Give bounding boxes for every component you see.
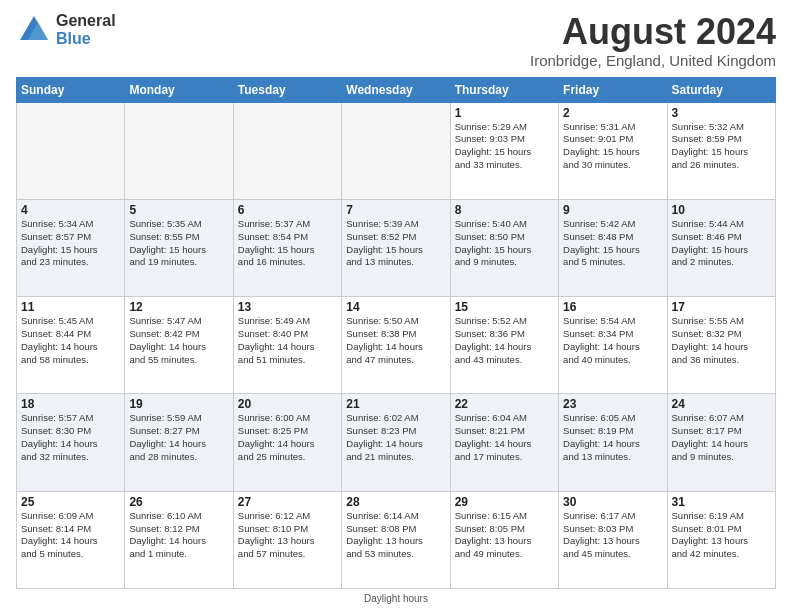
day-info: Sunrise: 5:45 AM Sunset: 8:44 PM Dayligh…: [21, 315, 120, 366]
day-number: 4: [21, 203, 120, 217]
calendar-cell: 1Sunrise: 5:29 AM Sunset: 9:03 PM Daylig…: [450, 102, 558, 199]
day-info: Sunrise: 6:05 AM Sunset: 8:19 PM Dayligh…: [563, 412, 662, 463]
day-info: Sunrise: 6:17 AM Sunset: 8:03 PM Dayligh…: [563, 510, 662, 561]
daylight-label: Daylight hours: [364, 593, 428, 604]
day-info: Sunrise: 5:42 AM Sunset: 8:48 PM Dayligh…: [563, 218, 662, 269]
day-number: 2: [563, 106, 662, 120]
weekday-header: Wednesday: [342, 77, 450, 102]
calendar-cell: 15Sunrise: 5:52 AM Sunset: 8:36 PM Dayli…: [450, 297, 558, 394]
calendar-cell: 14Sunrise: 5:50 AM Sunset: 8:38 PM Dayli…: [342, 297, 450, 394]
logo-blue: Blue: [56, 30, 116, 48]
logo-text: General Blue: [56, 12, 116, 47]
day-info: Sunrise: 6:09 AM Sunset: 8:14 PM Dayligh…: [21, 510, 120, 561]
weekday-header: Thursday: [450, 77, 558, 102]
day-number: 28: [346, 495, 445, 509]
calendar-cell: 8Sunrise: 5:40 AM Sunset: 8:50 PM Daylig…: [450, 199, 558, 296]
day-info: Sunrise: 5:31 AM Sunset: 9:01 PM Dayligh…: [563, 121, 662, 172]
calendar-cell: 28Sunrise: 6:14 AM Sunset: 8:08 PM Dayli…: [342, 491, 450, 588]
day-number: 8: [455, 203, 554, 217]
calendar-cell: 5Sunrise: 5:35 AM Sunset: 8:55 PM Daylig…: [125, 199, 233, 296]
day-number: 14: [346, 300, 445, 314]
day-info: Sunrise: 5:40 AM Sunset: 8:50 PM Dayligh…: [455, 218, 554, 269]
day-info: Sunrise: 5:52 AM Sunset: 8:36 PM Dayligh…: [455, 315, 554, 366]
calendar-cell: 23Sunrise: 6:05 AM Sunset: 8:19 PM Dayli…: [559, 394, 667, 491]
day-info: Sunrise: 6:10 AM Sunset: 8:12 PM Dayligh…: [129, 510, 228, 561]
calendar-cell: 30Sunrise: 6:17 AM Sunset: 8:03 PM Dayli…: [559, 491, 667, 588]
day-number: 12: [129, 300, 228, 314]
calendar-cell: 4Sunrise: 5:34 AM Sunset: 8:57 PM Daylig…: [17, 199, 125, 296]
calendar-cell: 12Sunrise: 5:47 AM Sunset: 8:42 PM Dayli…: [125, 297, 233, 394]
day-info: Sunrise: 6:02 AM Sunset: 8:23 PM Dayligh…: [346, 412, 445, 463]
day-info: Sunrise: 5:54 AM Sunset: 8:34 PM Dayligh…: [563, 315, 662, 366]
day-number: 21: [346, 397, 445, 411]
day-info: Sunrise: 5:35 AM Sunset: 8:55 PM Dayligh…: [129, 218, 228, 269]
day-info: Sunrise: 5:59 AM Sunset: 8:27 PM Dayligh…: [129, 412, 228, 463]
calendar-cell: 27Sunrise: 6:12 AM Sunset: 8:10 PM Dayli…: [233, 491, 341, 588]
day-info: Sunrise: 6:00 AM Sunset: 8:25 PM Dayligh…: [238, 412, 337, 463]
day-number: 1: [455, 106, 554, 120]
day-info: Sunrise: 5:39 AM Sunset: 8:52 PM Dayligh…: [346, 218, 445, 269]
day-number: 16: [563, 300, 662, 314]
calendar-cell: 19Sunrise: 5:59 AM Sunset: 8:27 PM Dayli…: [125, 394, 233, 491]
day-number: 18: [21, 397, 120, 411]
calendar-cell: [17, 102, 125, 199]
day-number: 24: [672, 397, 771, 411]
day-number: 22: [455, 397, 554, 411]
calendar-cell: 17Sunrise: 5:55 AM Sunset: 8:32 PM Dayli…: [667, 297, 775, 394]
day-number: 30: [563, 495, 662, 509]
day-number: 27: [238, 495, 337, 509]
calendar-cell: 10Sunrise: 5:44 AM Sunset: 8:46 PM Dayli…: [667, 199, 775, 296]
calendar-cell: [125, 102, 233, 199]
title-block: August 2024 Ironbridge, England, United …: [530, 12, 776, 69]
day-number: 7: [346, 203, 445, 217]
calendar-week-row: 1Sunrise: 5:29 AM Sunset: 9:03 PM Daylig…: [17, 102, 776, 199]
day-number: 3: [672, 106, 771, 120]
calendar-cell: 20Sunrise: 6:00 AM Sunset: 8:25 PM Dayli…: [233, 394, 341, 491]
day-info: Sunrise: 6:07 AM Sunset: 8:17 PM Dayligh…: [672, 412, 771, 463]
day-info: Sunrise: 5:37 AM Sunset: 8:54 PM Dayligh…: [238, 218, 337, 269]
calendar-cell: 22Sunrise: 6:04 AM Sunset: 8:21 PM Dayli…: [450, 394, 558, 491]
calendar-cell: 24Sunrise: 6:07 AM Sunset: 8:17 PM Dayli…: [667, 394, 775, 491]
day-number: 19: [129, 397, 228, 411]
calendar-cell: 18Sunrise: 5:57 AM Sunset: 8:30 PM Dayli…: [17, 394, 125, 491]
day-number: 25: [21, 495, 120, 509]
weekday-header: Monday: [125, 77, 233, 102]
month-title: August 2024: [530, 12, 776, 52]
day-info: Sunrise: 5:44 AM Sunset: 8:46 PM Dayligh…: [672, 218, 771, 269]
day-number: 10: [672, 203, 771, 217]
day-number: 11: [21, 300, 120, 314]
calendar-cell: 3Sunrise: 5:32 AM Sunset: 8:59 PM Daylig…: [667, 102, 775, 199]
page: General Blue August 2024 Ironbridge, Eng…: [0, 0, 792, 612]
calendar-cell: 6Sunrise: 5:37 AM Sunset: 8:54 PM Daylig…: [233, 199, 341, 296]
day-number: 6: [238, 203, 337, 217]
calendar-cell: 21Sunrise: 6:02 AM Sunset: 8:23 PM Dayli…: [342, 394, 450, 491]
day-number: 20: [238, 397, 337, 411]
day-info: Sunrise: 5:34 AM Sunset: 8:57 PM Dayligh…: [21, 218, 120, 269]
weekday-header: Saturday: [667, 77, 775, 102]
calendar-cell: 13Sunrise: 5:49 AM Sunset: 8:40 PM Dayli…: [233, 297, 341, 394]
weekday-header: Tuesday: [233, 77, 341, 102]
weekday-header: Sunday: [17, 77, 125, 102]
day-number: 13: [238, 300, 337, 314]
footer-note: Daylight hours: [16, 593, 776, 604]
calendar-cell: 16Sunrise: 5:54 AM Sunset: 8:34 PM Dayli…: [559, 297, 667, 394]
header: General Blue August 2024 Ironbridge, Eng…: [16, 12, 776, 69]
day-number: 9: [563, 203, 662, 217]
day-info: Sunrise: 6:14 AM Sunset: 8:08 PM Dayligh…: [346, 510, 445, 561]
day-info: Sunrise: 5:32 AM Sunset: 8:59 PM Dayligh…: [672, 121, 771, 172]
location: Ironbridge, England, United Kingdom: [530, 52, 776, 69]
day-number: 31: [672, 495, 771, 509]
logo-icon: [16, 12, 52, 48]
logo: General Blue: [16, 12, 116, 48]
day-number: 17: [672, 300, 771, 314]
calendar-week-row: 25Sunrise: 6:09 AM Sunset: 8:14 PM Dayli…: [17, 491, 776, 588]
day-number: 15: [455, 300, 554, 314]
calendar-table: SundayMondayTuesdayWednesdayThursdayFrid…: [16, 77, 776, 589]
day-number: 5: [129, 203, 228, 217]
logo-general: General: [56, 12, 116, 30]
calendar-cell: 11Sunrise: 5:45 AM Sunset: 8:44 PM Dayli…: [17, 297, 125, 394]
calendar-week-row: 11Sunrise: 5:45 AM Sunset: 8:44 PM Dayli…: [17, 297, 776, 394]
calendar-cell: 31Sunrise: 6:19 AM Sunset: 8:01 PM Dayli…: [667, 491, 775, 588]
day-number: 26: [129, 495, 228, 509]
calendar-week-row: 18Sunrise: 5:57 AM Sunset: 8:30 PM Dayli…: [17, 394, 776, 491]
